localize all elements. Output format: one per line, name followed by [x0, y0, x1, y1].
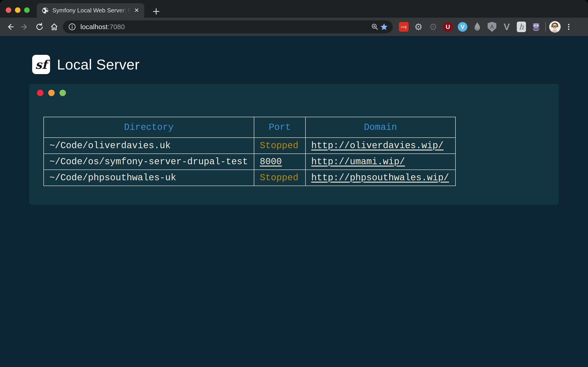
symfony-logo: sf — [32, 55, 50, 74]
v-letter-icon[interactable]: V — [499, 19, 514, 34]
browser-tab[interactable]: Symfony Local Web Server: Prox ✕ — [37, 3, 144, 18]
url-port: :7080 — [107, 23, 125, 31]
forward-button[interactable] — [17, 19, 32, 34]
table-row: ~/Code/os/symfony-server-drupal-test 800… — [44, 154, 456, 170]
directory-cell: ~/Code/os/symfony-server-drupal-test — [44, 154, 254, 170]
back-button[interactable] — [3, 19, 17, 34]
gear-dim-icon[interactable]: ⚙ — [426, 19, 441, 34]
shield-a-icon[interactable]: A — [485, 19, 499, 34]
port-link[interactable]: 8000 — [260, 157, 282, 167]
port-cell: Stopped — [254, 170, 305, 186]
server-panel: Directory Port Domain ~/Code/oliverdavie… — [29, 84, 559, 205]
info-icon[interactable] — [68, 22, 77, 31]
domain-link[interactable]: http://umami.wip/ — [311, 157, 405, 167]
browser-window: Symfony Local Web Server: Prox ✕ — [0, 0, 588, 367]
table-row: ~/Code/phpsouthwales-uk Stopped http://p… — [44, 170, 456, 186]
domain-link[interactable]: http://phpsouthwales.wip/ — [311, 173, 449, 183]
column-header-domain: Domain — [305, 117, 456, 138]
domain-link[interactable]: http://oliverdavies.wip/ — [311, 141, 443, 151]
url-host: localhost — [80, 23, 107, 31]
toolbar-divider — [545, 22, 546, 31]
github-octocat-icon[interactable] — [529, 19, 544, 34]
column-header-port: Port — [254, 117, 305, 138]
brand-header: sf Local Server — [32, 55, 140, 74]
table-row: ~/Code/oliverdavies.uk Stopped http://ol… — [44, 138, 456, 154]
column-header-directory: Directory — [44, 117, 254, 138]
green-dot-icon — [60, 90, 66, 96]
user-avatar[interactable] — [549, 21, 561, 33]
window-close-button[interactable] — [6, 7, 11, 13]
address-bar[interactable]: localhost :7080 — [63, 20, 393, 33]
panel-window-dots — [37, 90, 66, 96]
home-button[interactable] — [47, 19, 61, 34]
domain-cell: http://phpsouthwales.wip/ — [305, 170, 456, 186]
directory-cell: ~/Code/phpsouthwales-uk — [44, 170, 254, 186]
servers-table: Directory Port Domain ~/Code/oliverdavie… — [43, 117, 456, 186]
lastpass-icon[interactable]: •••| — [397, 19, 411, 34]
window-controls — [6, 7, 30, 13]
globe-icon — [42, 7, 49, 14]
gear-icon[interactable]: ⚙ — [411, 19, 426, 34]
reload-button[interactable] — [32, 19, 47, 34]
port-cell: 8000 — [254, 154, 305, 170]
status-badge: Stopped — [260, 141, 298, 151]
tab-close-icon[interactable]: ✕ — [133, 7, 141, 15]
page-content: sf Local Server Directory Port Domain — [0, 36, 588, 367]
tab-strip: Symfony Local Web Server: Prox ✕ — [0, 0, 588, 18]
port-cell: Stopped — [254, 138, 305, 154]
extensions-row: •••| ⚙ ⚙ U V A V h — [397, 19, 544, 34]
vimeo-icon[interactable]: V — [455, 19, 470, 34]
browser-toolbar: localhost :7080 •••| ⚙ ⚙ — [0, 18, 588, 36]
tab-title: Symfony Local Web Server: Prox — [52, 7, 133, 14]
new-tab-button[interactable] — [151, 6, 161, 17]
zoom-magnifier-plus-icon[interactable] — [370, 22, 380, 31]
domain-cell: http://oliverdavies.wip/ — [305, 138, 456, 154]
kebab-menu-icon[interactable] — [562, 21, 575, 33]
window-zoom-button[interactable] — [24, 7, 30, 13]
red-dot-icon — [37, 90, 43, 96]
orange-dot-icon — [48, 90, 55, 96]
bookmark-star-icon[interactable] — [380, 22, 389, 31]
window-minimize-button[interactable] — [15, 7, 20, 13]
ublock-origin-icon[interactable]: U — [441, 19, 455, 34]
status-badge: Stopped — [260, 173, 298, 183]
page-title: Local Server — [57, 56, 140, 73]
directory-cell: ~/Code/oliverdavies.uk — [44, 138, 254, 154]
table-header-row: Directory Port Domain — [44, 117, 456, 138]
domain-cell: http://umami.wip/ — [305, 154, 456, 170]
drupal-droplet-icon[interactable] — [470, 19, 485, 34]
h-letter-icon[interactable]: h — [514, 19, 529, 34]
